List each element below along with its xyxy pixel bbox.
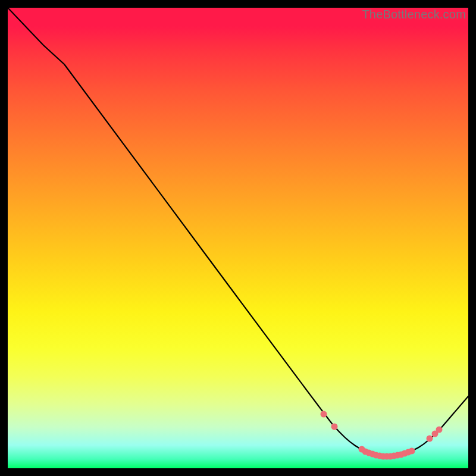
data-marker bbox=[321, 411, 327, 418]
data-marker bbox=[409, 448, 415, 455]
watermark-text: TheBottleneck.com bbox=[362, 8, 466, 21]
data-marker bbox=[427, 436, 433, 442]
data-marker bbox=[436, 427, 443, 433]
line-chart bbox=[8, 8, 468, 468]
data-marker bbox=[331, 424, 338, 430]
data-markers bbox=[321, 411, 443, 460]
bottleneck-curve bbox=[8, 8, 468, 456]
chart-frame: TheBottleneck.com bbox=[8, 8, 468, 468]
